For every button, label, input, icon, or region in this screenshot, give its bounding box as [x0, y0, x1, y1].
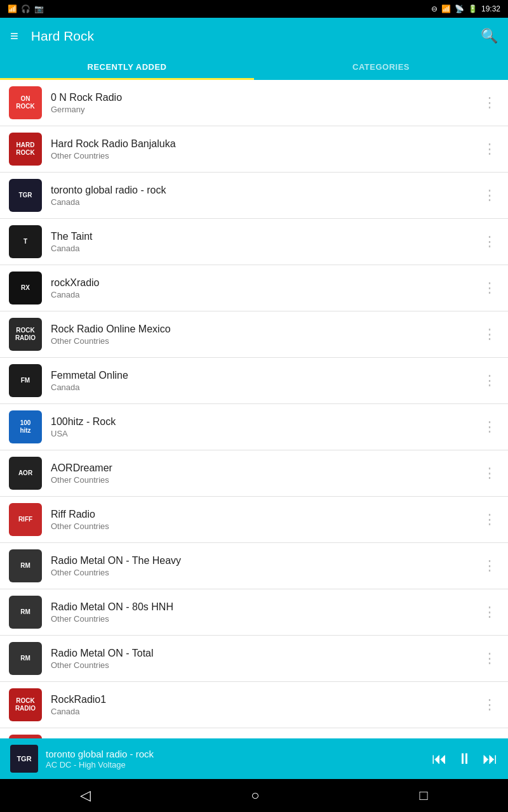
home-button[interactable]: ○: [238, 782, 272, 809]
now-playing-logo: TGR: [10, 745, 38, 773]
item-text-group: 100hitz - RockUSA: [51, 416, 480, 438]
list-item[interactable]: FMFemmetal OnlineCanada⋮: [0, 358, 508, 404]
more-options-button[interactable]: ⋮: [480, 691, 499, 718]
list-item[interactable]: AORAORDreamerOther Countries⋮: [0, 450, 508, 497]
station-logo: RX: [9, 272, 42, 304]
more-options-button[interactable]: ⋮: [480, 553, 499, 579]
station-subtitle: USA: [51, 429, 480, 438]
item-text-group: Radio Metal ON - 80s HNHOther Countries: [51, 601, 480, 624]
pause-button[interactable]: ⏸: [457, 750, 472, 768]
station-logo: RM: [9, 596, 42, 629]
more-options-button[interactable]: ⋮: [480, 136, 499, 162]
next-button[interactable]: ⏭: [483, 750, 498, 768]
station-logo: TGR: [9, 179, 42, 212]
list-item[interactable]: ROCK RADIORock Radio Online MexicoOther …: [0, 311, 508, 358]
signal-icon: 📡: [455, 4, 464, 13]
minus-icon: ⊖: [431, 4, 438, 13]
search-icon[interactable]: 🔍: [481, 28, 498, 44]
station-logo: AOR: [9, 457, 42, 490]
nav-bar: ◁ ○ □: [0, 779, 508, 812]
station-subtitle: Other Countries: [51, 336, 480, 346]
app-title: Hard Rock: [31, 29, 481, 44]
more-options-button[interactable]: ⋮: [480, 89, 499, 116]
logo-text: RIFF: [18, 516, 32, 523]
station-subtitle: Other Countries: [51, 660, 480, 670]
logo-text: HARD ROCK: [16, 141, 34, 157]
logo-text: RM: [20, 608, 30, 616]
item-text-group: toronto global radio - rockCanada: [51, 185, 480, 207]
logo-text: T: [23, 238, 27, 246]
station-subtitle: Other Countries: [51, 475, 480, 485]
battery-icon: 🔋: [468, 4, 478, 13]
status-left: 📶 🎧 📷: [8, 4, 44, 13]
list-item[interactable]: 100 hitz100hitz - RockUSA⋮: [0, 404, 508, 450]
wifi-icon: 📶: [441, 4, 451, 13]
station-name: Radio Metal ON - 80s HNH: [51, 601, 480, 613]
station-subtitle: Other Countries: [51, 151, 480, 160]
list-item[interactable]: TGRtoronto global radio - rockCanada⋮: [0, 173, 508, 219]
more-options-button[interactable]: ⋮: [480, 460, 499, 487]
list-item[interactable]: RMRadio Metal ON - TotalOther Countries⋮: [0, 636, 508, 682]
more-options-button[interactable]: ⋮: [480, 506, 499, 533]
status-bar: 📶 🎧 📷 ⊖ 📶 📡 🔋 19:32: [0, 0, 508, 18]
recents-button[interactable]: □: [407, 782, 441, 809]
list-item[interactable]: RIFFRiff RadioOther Countries⋮: [0, 497, 508, 543]
more-options-button[interactable]: ⋮: [480, 367, 499, 394]
tabs-bar: RECENTLY ADDED CATEGORIES: [0, 55, 508, 80]
more-options-button[interactable]: ⋮: [480, 228, 499, 255]
more-options-button[interactable]: ⋮: [480, 321, 499, 348]
np-subtitle: AC DC - High Voltage: [46, 760, 432, 769]
station-subtitle: Other Countries: [51, 521, 480, 531]
item-text-group: RockRadio1Canada: [51, 694, 480, 716]
station-name: AORDreamer: [51, 462, 480, 474]
more-options-button[interactable]: ⋮: [480, 645, 499, 672]
station-logo: ROCK RADIO: [9, 688, 42, 721]
photo-icon: 📷: [34, 4, 44, 13]
station-subtitle: Canada: [51, 290, 480, 299]
item-text-group: Riff RadioOther Countries: [51, 509, 480, 531]
more-options-button[interactable]: ⋮: [480, 182, 499, 209]
list-item[interactable]: RXrockXradioCanada⋮: [0, 265, 508, 311]
list-item[interactable]: ON ROCK0 N Rock RadioGermany⋮: [0, 80, 508, 126]
station-name: Riff Radio: [51, 509, 480, 520]
headset-icon: 🎧: [21, 4, 30, 13]
station-name: The Taint: [51, 231, 480, 242]
list-item[interactable]: HARD ROCKHard Rock Radio BanjalukaOther …: [0, 126, 508, 173]
item-text-group: 0 N Rock RadioGermany: [51, 92, 480, 114]
list-item[interactable]: 1A1A Rock⋮: [0, 728, 508, 738]
prev-button[interactable]: ⏮: [432, 750, 447, 768]
np-title: toronto global radio - rock: [46, 749, 432, 759]
station-name: Rock Radio Online Mexico: [51, 324, 480, 335]
item-text-group: Radio Metal ON - The HeavyOther Countrie…: [51, 555, 480, 577]
tab-recently-added[interactable]: RECENTLY ADDED: [0, 55, 254, 80]
more-options-button[interactable]: ⋮: [480, 414, 499, 440]
list-item[interactable]: RMRadio Metal ON - The HeavyOther Countr…: [0, 543, 508, 589]
menu-icon[interactable]: ≡: [10, 28, 18, 44]
logo-text: 100 hitz: [20, 419, 30, 435]
station-subtitle: Canada: [51, 197, 480, 207]
logo-text: TGR: [18, 192, 32, 199]
item-text-group: The TaintCanada: [51, 231, 480, 253]
list-item[interactable]: RMRadio Metal ON - 80s HNHOther Countrie…: [0, 589, 508, 636]
logo-text: RM: [20, 562, 30, 570]
logo-text: ROCK RADIO: [15, 697, 36, 712]
back-button[interactable]: ◁: [67, 782, 104, 809]
logo-text: FM: [21, 377, 30, 384]
station-logo: ROCK RADIO: [9, 318, 42, 351]
list-item[interactable]: TThe TaintCanada⋮: [0, 219, 508, 265]
more-options-button[interactable]: ⋮: [480, 599, 499, 625]
station-subtitle: Canada: [51, 383, 480, 392]
station-subtitle: Germany: [51, 105, 480, 114]
station-subtitle: Canada: [51, 707, 480, 716]
tab-categories[interactable]: CATEGORIES: [254, 55, 508, 80]
item-text-group: AORDreamerOther Countries: [51, 462, 480, 485]
clock: 19:32: [481, 4, 500, 13]
station-logo: ON ROCK: [9, 86, 42, 119]
logo-text: RX: [21, 284, 30, 292]
list-item[interactable]: ROCK RADIORockRadio1Canada⋮: [0, 682, 508, 728]
more-options-button[interactable]: ⋮: [480, 275, 499, 301]
station-name: Radio Metal ON - Total: [51, 648, 480, 659]
station-list: ON ROCK0 N Rock RadioGermany⋮HARD ROCKHa…: [0, 80, 508, 738]
station-subtitle: Other Countries: [51, 614, 480, 624]
now-playing-bar: TGR toronto global radio - rock AC DC - …: [0, 738, 508, 779]
